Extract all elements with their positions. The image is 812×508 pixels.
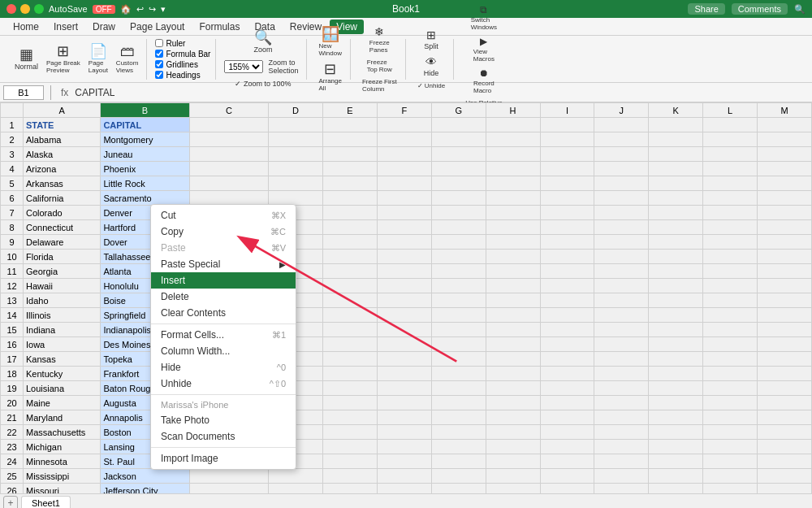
cell-a-21[interactable]: Maryland xyxy=(24,410,101,425)
cell-j-22[interactable] xyxy=(594,425,649,440)
cell-b-3[interactable]: Juneau xyxy=(101,147,189,162)
cell-b-25[interactable]: Jackson xyxy=(101,469,189,484)
ctx-hide[interactable]: Hide ^0 xyxy=(151,359,296,376)
cell-e-22[interactable] xyxy=(323,425,378,440)
cell-k-14[interactable] xyxy=(649,308,703,323)
cell-f-14[interactable] xyxy=(377,308,431,323)
cell-e-18[interactable] xyxy=(323,367,378,381)
split-button[interactable]: ⊞Split xyxy=(421,27,442,52)
cell-g-20[interactable] xyxy=(431,396,486,410)
cell-a-2[interactable]: Alabama xyxy=(24,132,101,147)
cell-i-5[interactable] xyxy=(540,176,594,191)
cell-h-5[interactable] xyxy=(486,176,540,191)
cell-e-6[interactable] xyxy=(323,191,378,206)
cell-k-1[interactable] xyxy=(649,118,703,132)
cell-h-19[interactable] xyxy=(486,381,540,396)
headings-checkbox[interactable] xyxy=(155,71,163,79)
cell-k-23[interactable] xyxy=(649,440,703,454)
close-button[interactable] xyxy=(6,4,16,14)
cell-f-18[interactable] xyxy=(377,367,431,381)
cell-i-10[interactable] xyxy=(540,250,594,264)
cell-j-24[interactable] xyxy=(594,454,649,469)
cell-k-17[interactable] xyxy=(649,352,703,367)
cell-i-12[interactable] xyxy=(540,279,594,293)
cell-a-15[interactable]: Indiana xyxy=(24,323,101,337)
cell-a-1[interactable]: STATE xyxy=(24,118,101,132)
cell-j-23[interactable] xyxy=(594,440,649,454)
cell-l-22[interactable] xyxy=(703,425,758,440)
col-header-g[interactable]: G xyxy=(431,103,486,118)
cell-h-15[interactable] xyxy=(486,323,540,337)
col-header-h[interactable]: H xyxy=(486,103,540,118)
cell-a-10[interactable]: Florida xyxy=(24,250,101,264)
cell-m-12[interactable] xyxy=(758,279,812,293)
cell-g-10[interactable] xyxy=(431,250,486,264)
cell-e-3[interactable] xyxy=(323,147,378,162)
cell-l-13[interactable] xyxy=(703,293,758,308)
col-header-c[interactable]: C xyxy=(189,103,269,118)
cell-l-15[interactable] xyxy=(703,323,758,337)
menu-home[interactable]: Home xyxy=(6,20,45,34)
cell-d-5[interactable] xyxy=(269,176,323,191)
cell-b-4[interactable]: Phoenix xyxy=(101,162,189,176)
cell-a-11[interactable]: Georgia xyxy=(24,264,101,279)
cell-e-7[interactable] xyxy=(323,206,378,220)
cell-g-1[interactable] xyxy=(431,118,486,132)
ctx-import-image[interactable]: Import Image xyxy=(151,450,296,467)
cell-i-16[interactable] xyxy=(540,337,594,352)
cell-l-21[interactable] xyxy=(703,410,758,425)
menu-page-layout[interactable]: Page Layout xyxy=(123,20,191,34)
cell-f-9[interactable] xyxy=(377,235,431,250)
cell-f-20[interactable] xyxy=(377,396,431,410)
cell-j-16[interactable] xyxy=(594,337,649,352)
cell-j-12[interactable] xyxy=(594,279,649,293)
cell-j-17[interactable] xyxy=(594,352,649,367)
cell-h-25[interactable] xyxy=(486,469,540,484)
col-header-l[interactable]: L xyxy=(703,103,758,118)
cell-l-4[interactable] xyxy=(703,162,758,176)
cell-e-24[interactable] xyxy=(323,454,378,469)
ruler-checkbox[interactable] xyxy=(155,39,163,47)
headings-checkbox-label[interactable]: Headings xyxy=(155,71,210,80)
cell-f-17[interactable] xyxy=(377,352,431,367)
formula-bar-label[interactable]: Formula Bar xyxy=(155,50,210,59)
cell-j-13[interactable] xyxy=(594,293,649,308)
cell-e-5[interactable] xyxy=(323,176,378,191)
zoom-select[interactable]: 155% xyxy=(224,60,263,73)
cell-l-16[interactable] xyxy=(703,337,758,352)
cell-g-19[interactable] xyxy=(431,381,486,396)
cell-j-3[interactable] xyxy=(594,147,649,162)
toolbar-icon-undo[interactable]: ↩ xyxy=(136,4,144,15)
cell-m-7[interactable] xyxy=(758,206,812,220)
cell-f-6[interactable] xyxy=(377,191,431,206)
cell-j-5[interactable] xyxy=(594,176,649,191)
cell-h-18[interactable] xyxy=(486,367,540,381)
cell-f-13[interactable] xyxy=(377,293,431,308)
cell-j-25[interactable] xyxy=(594,469,649,484)
cell-j-10[interactable] xyxy=(594,250,649,264)
cell-e-25[interactable] xyxy=(323,469,378,484)
cell-m-2[interactable] xyxy=(758,132,812,147)
cell-a-14[interactable]: Illinois xyxy=(24,308,101,323)
cell-k-20[interactable] xyxy=(649,396,703,410)
cell-i-18[interactable] xyxy=(540,367,594,381)
cell-f-16[interactable] xyxy=(377,337,431,352)
cell-e-13[interactable] xyxy=(323,293,378,308)
cell-k-7[interactable] xyxy=(649,206,703,220)
cell-m-1[interactable] xyxy=(758,118,812,132)
cell-b-26[interactable]: Jefferson City xyxy=(101,484,189,494)
cell-m-18[interactable] xyxy=(758,367,812,381)
cell-a-12[interactable]: Hawaii xyxy=(24,279,101,293)
cell-k-25[interactable] xyxy=(649,469,703,484)
cell-m-16[interactable] xyxy=(758,337,812,352)
cell-m-3[interactable] xyxy=(758,147,812,162)
cell-f-24[interactable] xyxy=(377,454,431,469)
cell-a-8[interactable]: Connecticut xyxy=(24,220,101,235)
cell-e-14[interactable] xyxy=(323,308,378,323)
cell-j-26[interactable] xyxy=(594,484,649,494)
cell-l-1[interactable] xyxy=(703,118,758,132)
cell-g-16[interactable] xyxy=(431,337,486,352)
cell-i-9[interactable] xyxy=(540,235,594,250)
cell-k-16[interactable] xyxy=(649,337,703,352)
col-header-m[interactable]: M xyxy=(758,103,812,118)
